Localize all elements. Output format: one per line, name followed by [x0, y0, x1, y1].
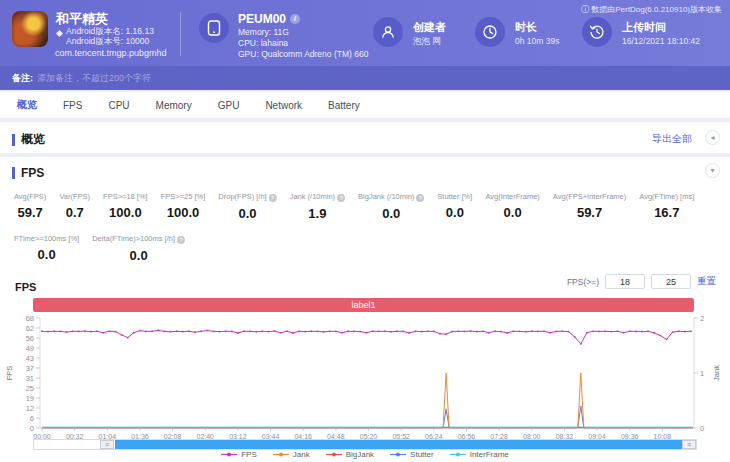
- creator-label: 创建者: [413, 20, 446, 35]
- fps-metrics-row-2: FTime>=100ms [%]0.0Delta(FTime)>100ms [/…: [14, 234, 185, 263]
- series-marker-FPS: [231, 331, 233, 333]
- metric-label: FPS>=25 [%]: [161, 192, 206, 201]
- legend-label: BigJank: [346, 450, 374, 459]
- overview-collapse-button[interactable]: ◂: [705, 130, 720, 145]
- series-marker-FPS: [488, 332, 490, 334]
- series-marker-FPS: [660, 335, 662, 337]
- metric-Avg(FPS): Avg(FPS)59.7: [14, 192, 46, 221]
- threshold-reset-link[interactable]: 重置: [697, 275, 716, 288]
- metric-value: 0.0: [437, 205, 472, 220]
- series-marker-FPS: [158, 330, 160, 332]
- series-marker-FPS: [164, 331, 166, 333]
- series-marker-FPS: [109, 331, 111, 333]
- note-placeholder: 添加备注，不超过200个字符: [37, 72, 151, 85]
- device-cpu: CPU: lahaina: [238, 38, 368, 49]
- legend-item-Jank[interactable]: Jank: [273, 450, 310, 459]
- metric-info-icon[interactable]: ?: [416, 194, 424, 202]
- series-marker-FPS: [335, 331, 337, 333]
- y-left-tick-label: 62: [26, 324, 34, 333]
- series-marker-FPS: [182, 331, 184, 333]
- series-marker-FPS: [170, 331, 172, 333]
- metric-FPS>=25 [%]: FPS>=25 [%]100.0: [161, 192, 206, 221]
- scrollbar-left-handle[interactable]: ≡: [100, 440, 114, 449]
- series-marker-FPS: [311, 331, 313, 333]
- metric-value: 0.0: [92, 248, 185, 263]
- metric-Avg(FTime) [ms]: Avg(FTime) [ms]16.7: [639, 192, 694, 221]
- scrollbar-right-handle[interactable]: ≡: [682, 440, 696, 449]
- series-marker-FPS: [390, 331, 392, 333]
- series-marker-FPS: [647, 331, 649, 333]
- metric-Var(FPS): Var(FPS)0.7: [59, 192, 90, 221]
- series-marker-FPS: [568, 331, 570, 333]
- note-input-bar[interactable]: 备注: 添加备注，不超过200个字符: [0, 66, 730, 90]
- device-icon: [199, 13, 229, 43]
- metric-label: Stutter [%]: [437, 192, 472, 201]
- series-marker-FPS: [543, 331, 545, 333]
- legend-item-BigJank[interactable]: BigJank: [326, 450, 374, 459]
- metric-value: 0.0: [218, 206, 276, 221]
- metric-value: 59.7: [14, 205, 46, 220]
- tab-Battery[interactable]: Battery: [315, 100, 373, 111]
- series-marker-FPS: [525, 331, 527, 333]
- tab-概览[interactable]: 概览: [4, 98, 50, 112]
- series-marker-FPS: [690, 331, 692, 333]
- category-tab-bar: 概览FPSCPUMemoryGPUNetworkBattery: [0, 92, 730, 118]
- metric-BigJank (/10min): BigJank (/10min)?0.0: [358, 192, 424, 221]
- metric-label: BigJank (/10min)?: [358, 192, 424, 202]
- tab-Network[interactable]: Network: [252, 100, 315, 111]
- upload-time-label: 上传时间: [622, 20, 666, 35]
- fps-threshold-high-input[interactable]: [651, 274, 691, 289]
- report-header: 和平精英 Android版本名: 1.16.13 Android版本号: 100…: [0, 0, 730, 66]
- y-left-tick-label: 37: [26, 364, 34, 373]
- fps-collapse-button[interactable]: ▾: [705, 163, 720, 178]
- series-marker-FPS: [102, 332, 104, 334]
- series-line-Jank: [42, 373, 693, 428]
- tab-FPS[interactable]: FPS: [50, 100, 95, 111]
- series-marker-FPS: [188, 331, 190, 333]
- metric-value: 0.0: [14, 247, 79, 262]
- series-marker-FPS: [402, 331, 404, 333]
- fps-threshold-low-input[interactable]: [605, 274, 645, 289]
- chart-range-scrollbar[interactable]: ≡ ≡: [33, 439, 697, 450]
- series-marker-FPS: [470, 330, 472, 332]
- device-info-icon[interactable]: i: [290, 14, 300, 24]
- android-icon: [56, 30, 63, 37]
- fps-line-chart[interactable]: 061219253137434956626801200:0000:3201:04…: [0, 315, 730, 439]
- metric-info-icon[interactable]: ?: [337, 194, 345, 202]
- creator-icon: [373, 17, 403, 47]
- series-marker-FPS: [531, 331, 533, 333]
- series-marker-FPS: [53, 331, 55, 333]
- legend-item-FPS[interactable]: FPS: [221, 450, 257, 459]
- scrollbar-selected-range[interactable]: [115, 440, 682, 449]
- series-marker-FPS: [78, 331, 80, 333]
- metric-label: Jank (/10min)?: [290, 192, 345, 202]
- y-left-axis-name: FPS: [5, 366, 14, 381]
- tab-GPU[interactable]: GPU: [205, 100, 253, 111]
- tab-Memory[interactable]: Memory: [143, 100, 205, 111]
- series-marker-FPS: [145, 331, 147, 333]
- series-marker-FPS: [280, 332, 282, 334]
- info-icon: ⓘ: [581, 5, 589, 14]
- legend-item-Stutter[interactable]: Stutter: [390, 450, 434, 459]
- metric-info-icon[interactable]: ?: [269, 194, 277, 202]
- series-marker-FPS: [549, 332, 551, 334]
- fps-metrics-row-1: Avg(FPS)59.7Var(FPS)0.7FPS>=18 [%]100.0F…: [14, 192, 694, 221]
- metric-label: FPS>=18 [%]: [103, 192, 148, 201]
- series-marker-FPS: [84, 330, 86, 332]
- series-marker-FPS: [439, 333, 441, 335]
- series-marker-FPS: [635, 331, 637, 333]
- legend-item-InterFrame[interactable]: InterFrame: [450, 450, 509, 459]
- series-marker-FPS: [372, 331, 374, 333]
- series-marker-FPS: [556, 331, 558, 333]
- tab-CPU[interactable]: CPU: [95, 100, 142, 111]
- series-marker-FPS: [139, 330, 141, 332]
- duration-label: 时长: [515, 20, 537, 35]
- metric-label: Avg(FPS+InterFrame): [553, 192, 626, 201]
- metric-value: 59.7: [553, 205, 626, 220]
- metric-label: Drop(FPS) [/h]?: [218, 192, 276, 202]
- legend-label: FPS: [241, 450, 257, 459]
- metric-info-icon[interactable]: ?: [177, 236, 185, 244]
- metric-value: 0.7: [59, 205, 90, 220]
- metric-value: 1.9: [290, 206, 345, 221]
- export-all-link[interactable]: 导出全部: [652, 132, 692, 146]
